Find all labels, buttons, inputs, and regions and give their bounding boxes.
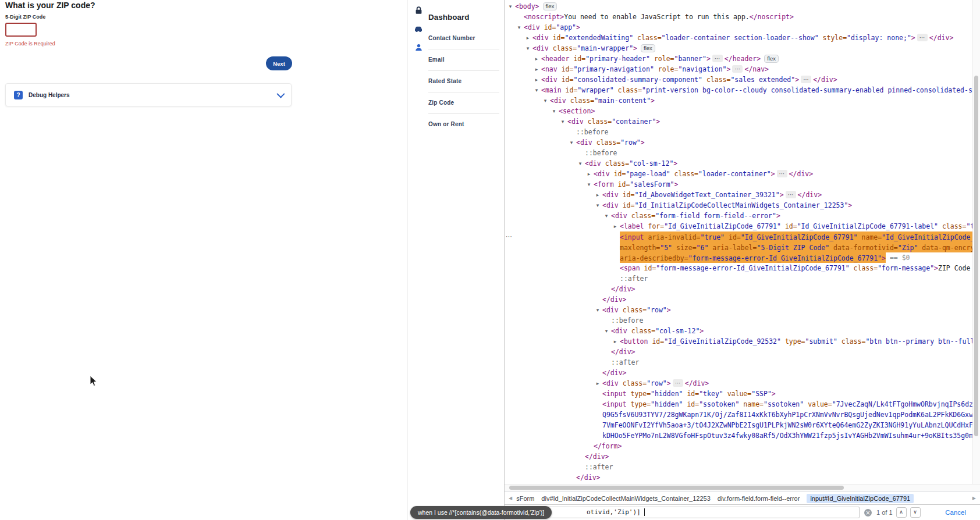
collapse-arrow-icon[interactable]: ▾ — [594, 200, 601, 211]
collapse-arrow-icon[interactable]: ▾ — [594, 305, 601, 315]
collapse-arrow-icon[interactable]: ▾ — [516, 22, 523, 33]
expand-arrow-icon[interactable]: ▸ — [585, 169, 592, 179]
dom-tree-line[interactable]: </div> — [505, 294, 980, 305]
dom-tree-line[interactable]: </div> — [505, 451, 980, 462]
dom-tree-line[interactable]: <input type="hidden" id="ssotoken" name=… — [505, 399, 980, 409]
dom-tree-line[interactable]: </form> — [505, 441, 980, 451]
dom-tree-line[interactable]: ▾<div class="main-wrapper">flex — [505, 43, 980, 54]
crumb-scroll-left-icon[interactable]: ◀ — [507, 496, 514, 501]
dom-tree-line[interactable]: </div> — [505, 472, 980, 483]
dom-tree-line[interactable]: ▾<div class="main-content"> — [505, 95, 980, 106]
crumb-scroll-right-icon[interactable]: ▶ — [971, 496, 978, 501]
expand-arrow-icon[interactable]: ▸ — [594, 378, 601, 389]
dom-tree-line[interactable]: ▾<div class="col-sm-12"> — [505, 326, 980, 336]
dom-tree-line[interactable]: ::after — [505, 273, 980, 284]
horizontal-scrollbar-thumb[interactable] — [509, 486, 844, 490]
summary-item-email[interactable]: Email — [428, 49, 499, 70]
cancel-button[interactable]: Cancel — [945, 509, 966, 516]
collapse-arrow-icon[interactable]: ▾ — [603, 326, 610, 336]
dom-tree-line[interactable]: ▾<body>flex — [505, 1, 980, 12]
breadcrumb-item[interactable]: sForm — [516, 495, 534, 502]
vertical-scrollbar[interactable] — [972, 0, 980, 484]
zip-code-input[interactable] — [5, 23, 37, 37]
vertical-scrollbar-thumb[interactable] — [974, 76, 978, 436]
dom-tree-line[interactable]: <input type="hidden" id="tkey" value="SS… — [505, 389, 980, 399]
summary-item-rated-state[interactable]: Rated State — [428, 71, 499, 92]
expand-arrow-icon[interactable]: ▸ — [533, 54, 540, 64]
breadcrumb-item[interactable]: input#Id_GiveInitialZipCode_67791 — [807, 494, 914, 503]
node-menu-icon[interactable]: ⋯ — [506, 231, 512, 242]
dom-tree-line[interactable]: ::before — [505, 148, 980, 158]
breadcrumb-item[interactable]: div.form-field.form-field--error — [718, 495, 800, 502]
syntax-token: "hidden" — [651, 390, 683, 398]
dom-tree-line[interactable]: ▸<label for="Id_GiveInitialZipCode_67791… — [505, 221, 980, 231]
dom-tree-line[interactable]: ▸<div id="consolidated-summary-component… — [505, 74, 980, 85]
dom-tree-line[interactable]: ▾<div class="row"> — [505, 137, 980, 148]
collapse-arrow-icon[interactable]: ▾ — [542, 95, 549, 106]
dom-tree-line[interactable]: ▾<div id="app"> — [505, 22, 980, 33]
dom-tree-line[interactable]: ▾<div class="row"> — [505, 305, 980, 315]
dom-tree-line[interactable]: Q9G5fsV6U93TYV7/28gWKapn71K/Oj/Zaf8I14xK… — [505, 409, 980, 420]
dom-tree-line[interactable]: 7VmFeOONFvI2YfVh5aoa+3/tO4J2XZwNPbE2IsgU… — [505, 420, 980, 430]
clear-search-icon[interactable]: × — [864, 509, 872, 517]
dom-tree-line[interactable]: </div> — [505, 368, 980, 378]
next-match-button[interactable]: ∨ — [910, 507, 921, 518]
dom-tree-line[interactable]: ▾<main id="wrapper" class="print-version… — [505, 85, 980, 95]
collapse-arrow-icon[interactable]: ▾ — [585, 179, 592, 190]
dom-tree-line[interactable]: ::after — [505, 462, 980, 472]
previous-match-button[interactable]: ∧ — [896, 507, 907, 518]
dom-tree-line[interactable]: ::after — [505, 357, 980, 368]
summary-item-contact-number[interactable]: Contact Number — [428, 28, 499, 49]
summary-item-own-or-rent[interactable]: Own or Rent — [428, 114, 499, 135]
dom-tree-line[interactable]: ▸<button id="Id_GiveInitialZipCode_92532… — [505, 336, 980, 347]
horizontal-scrollbar[interactable] — [505, 484, 980, 491]
breadcrumb-item[interactable]: div#Id_InitialZipCodeCollectMainWidgets_… — [541, 495, 710, 502]
syntax-token: "col-sm-12" — [629, 159, 673, 168]
collapse-arrow-icon[interactable]: ▾ — [603, 211, 610, 221]
dom-tree-line[interactable]: ▾<div id="Id_InitialZipCodeCollectMainWi… — [505, 200, 980, 211]
syntax-token: ⋯ — [801, 76, 811, 83]
collapse-arrow-icon[interactable]: ▾ — [551, 106, 558, 116]
syntax-token: "banner" — [674, 55, 706, 63]
collapse-arrow-icon[interactable]: ▾ — [507, 1, 514, 12]
expand-arrow-icon[interactable]: ▸ — [612, 221, 619, 231]
expand-arrow-icon[interactable]: ▸ — [594, 190, 601, 200]
dom-tree-line[interactable]: ::before — [505, 315, 980, 326]
chevron-down-icon[interactable] — [276, 90, 285, 98]
expand-arrow-icon[interactable]: ▸ — [533, 74, 540, 85]
dom-tree-line[interactable]: ::before — [505, 127, 980, 137]
dom-tree-line[interactable]: aria-describedby="form-message-error-Id_… — [505, 252, 980, 263]
dom-tree-line[interactable]: ▸<div id="extendedWaiting" class="loader… — [505, 33, 980, 43]
summary-item-zip-code[interactable]: Zip Code — [428, 92, 499, 113]
dom-tree-line[interactable]: kDHOo5FeYPMo7nL2W8VGfoHFspOtuv3z4fwky08a… — [505, 430, 980, 441]
find-input[interactable]: otivid,'Zip')] — [509, 507, 860, 518]
next-button[interactable]: Next — [266, 56, 292, 70]
dom-tree-line[interactable]: ▸<div class="row">⋯</div> — [505, 378, 980, 389]
expand-arrow-icon[interactable]: ▸ — [524, 33, 531, 43]
syntax-token: ::before — [611, 316, 643, 325]
expand-arrow-icon[interactable]: ▸ — [612, 336, 619, 347]
dom-tree-line[interactable]: ▸<nav id="primary-navigation" role="navi… — [505, 64, 980, 74]
collapse-arrow-icon[interactable]: ▾ — [559, 116, 566, 127]
dom-tree-line[interactable]: ▸<div id="Id_AboveWidgetText_Container_3… — [505, 190, 980, 200]
debug-helpers-card[interactable]: ? Debug Helpers — [5, 83, 292, 106]
expand-arrow-icon[interactable]: ▸ — [533, 64, 540, 74]
dom-tree-line[interactable]: ▾<div class="container"> — [505, 116, 980, 127]
dom-tree-line[interactable]: <span id="form-message-error-Id_GiveInit… — [505, 263, 980, 273]
dom-tree-line[interactable]: ▾<div class="col-sm-12"> — [505, 158, 980, 169]
dom-tree-line[interactable]: </div> — [505, 284, 980, 294]
dom-tree-line[interactable]: </div> — [505, 347, 980, 357]
dom-tree-line[interactable]: <noscript>You need to enable JavaScript … — [505, 12, 980, 22]
dom-tree-line[interactable]: ⋯<input aria-invalid="true" id="Id_GiveI… — [505, 231, 980, 242]
collapse-arrow-icon[interactable]: ▾ — [533, 85, 540, 95]
dom-tree-line[interactable]: ▸<div id="page-load" class="loader-conta… — [505, 169, 980, 179]
dom-tree-line[interactable]: ▾<section> — [505, 106, 980, 116]
collapse-arrow-icon[interactable]: ▾ — [568, 137, 575, 148]
dom-tree-line[interactable]: ▾<form id="salesForm"> — [505, 179, 980, 190]
dom-tree-line[interactable]: ▾<div class="form-field form-field--erro… — [505, 211, 980, 221]
syntax-token: "container" — [612, 117, 656, 126]
dom-tree-line[interactable]: ▸<header id="primary-header" role="banne… — [505, 54, 980, 64]
collapse-arrow-icon[interactable]: ▾ — [577, 158, 584, 169]
dom-tree-line[interactable]: maxlength="5" size="6" aria-label="5-Dig… — [505, 242, 980, 252]
collapse-arrow-icon[interactable]: ▾ — [524, 43, 531, 54]
